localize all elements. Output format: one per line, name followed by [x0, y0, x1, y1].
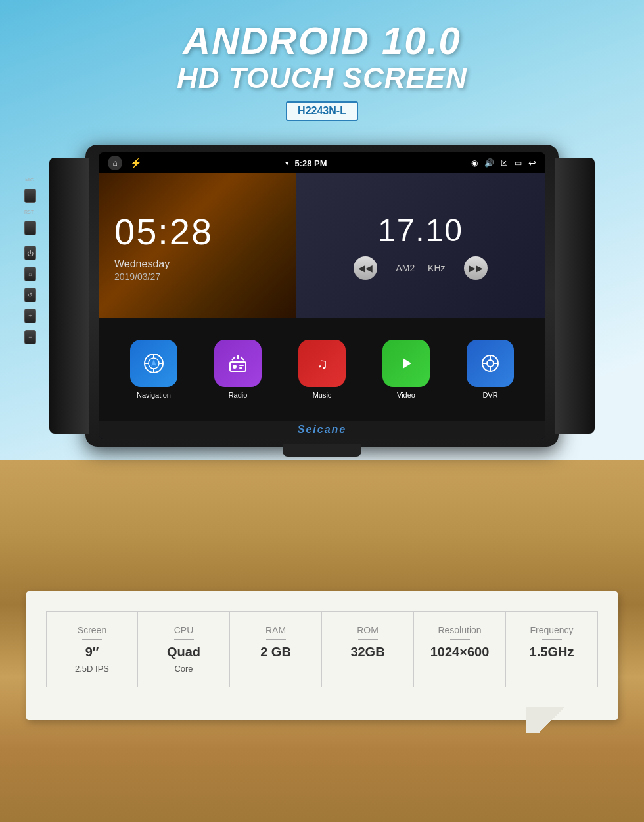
dvr-icon [478, 352, 502, 375]
navigation-app-label: Navigation [137, 391, 171, 399]
spec-cpu-value: Quad [167, 644, 200, 660]
radio-prev-button[interactable]: ◀◀ [354, 256, 377, 280]
svg-line-10 [241, 357, 244, 360]
side-button-rst[interactable] [24, 221, 36, 235]
status-right: ◉ 🔊 ☒ ▭ ↩ [471, 158, 536, 168]
spec-rom: ROM 32GB [322, 611, 414, 687]
music-app-label: Music [313, 391, 332, 399]
radio-widget: 17.10 ◀◀ AM2 KHz ▶▶ [296, 173, 545, 318]
side-button-vol-down[interactable]: − [24, 330, 36, 344]
svg-point-11 [233, 365, 237, 369]
app-item-navigation[interactable]: Navigation [130, 340, 177, 399]
spec-screen: Screen 9″ 2.5D IPS [46, 611, 138, 687]
camera-icon: ◉ [471, 158, 478, 168]
apps-row: Navigation [99, 318, 545, 421]
device-outer: MIC RST ⏻ ⌂ ↺ + − ⌂ ⚡ [85, 145, 559, 447]
navigation-app-icon[interactable] [130, 340, 177, 387]
wifi-icon: ▾ [285, 159, 289, 168]
clock-day: Wednesday [114, 258, 280, 270]
spec-rom-value: 32GB [350, 644, 384, 660]
clock-widget: 05:28 Wednesday 2019/03/27 [99, 173, 296, 318]
dvr-app-label: DVR [482, 391, 497, 399]
usb-icon: ⚡ [130, 158, 141, 168]
bottom-mount [283, 444, 361, 457]
screen-content: 05:28 Wednesday 2019/03/27 17.10 ◀◀ AM2 … [99, 173, 545, 439]
side-button-home[interactable]: ⌂ [24, 267, 36, 281]
fin-left: MIC RST ⏻ ⌂ ↺ + − [49, 158, 89, 434]
svg-marker-6 [151, 359, 156, 366]
video-app-icon[interactable] [382, 340, 430, 387]
spec-screen-sub: 2.5D IPS [75, 664, 109, 674]
spec-divider-4 [450, 639, 470, 640]
close-icon: ☒ [501, 158, 508, 168]
radio-icon [226, 352, 250, 375]
spec-resolution-value: 1024×600 [430, 644, 490, 660]
status-bar: ⌂ ⚡ ▾ 5:28 PM ◉ 🔊 ☒ ▭ ↩ [99, 152, 545, 173]
mic-label: MIC [25, 177, 36, 182]
widget-row: 05:28 Wednesday 2019/03/27 17.10 ◀◀ AM2 … [99, 173, 545, 318]
radio-app-icon[interactable] [214, 340, 262, 387]
spec-frequency-value: 1.5GHz [530, 644, 574, 660]
video-icon [394, 352, 418, 375]
main-title: ANDROID 10.0 [0, 20, 644, 62]
music-app-icon[interactable]: ♫ [298, 340, 346, 387]
navigation-icon [142, 352, 166, 375]
spec-divider-2 [266, 639, 286, 640]
brand-bar: Seicane [99, 421, 545, 439]
spec-screen-label: Screen [78, 625, 106, 635]
spec-cpu: CPU Quad Core [138, 611, 230, 687]
header-section: ANDROID 10.0 HD TOUCH SCREEN H2243N-L [0, 20, 644, 121]
svg-text:♫: ♫ [317, 355, 328, 372]
status-left: ⌂ ⚡ [108, 156, 141, 170]
home-button[interactable]: ⌂ [108, 156, 122, 170]
specs-grid: Screen 9″ 2.5D IPS CPU Quad Core RAM 2 G… [46, 611, 598, 687]
radio-next-button[interactable]: ▶▶ [464, 256, 488, 280]
spec-divider-5 [542, 639, 562, 640]
spec-divider-0 [82, 639, 102, 640]
app-item-radio[interactable]: Radio [214, 340, 262, 399]
device-wrapper: MIC RST ⏻ ⌂ ↺ + − ⌂ ⚡ [85, 145, 559, 447]
radio-controls: ◀◀ AM2 KHz ▶▶ [354, 256, 487, 280]
rst-label: RST [24, 210, 36, 214]
side-buttons: MIC RST ⏻ ⌂ ↺ + − [24, 177, 36, 344]
spec-screen-value: 9″ [85, 644, 99, 660]
home-icon: ⌂ [112, 158, 117, 168]
spec-ram-label: RAM [265, 625, 286, 635]
spec-frequency-label: Frequency [530, 625, 573, 635]
spec-frequency: Frequency 1.5GHz [506, 611, 598, 687]
side-button-back[interactable]: ↺ [24, 288, 36, 302]
app-item-video[interactable]: Video [382, 340, 430, 399]
svg-rect-12 [239, 365, 244, 366]
spec-cpu-sub: Core [174, 664, 193, 674]
music-icon: ♫ [310, 352, 334, 375]
spec-ram: RAM 2 GB [230, 611, 322, 687]
clock-date: 2019/03/27 [114, 271, 280, 282]
svg-marker-15 [403, 358, 411, 369]
video-app-label: Video [397, 391, 415, 399]
spec-resolution: Resolution 1024×600 [414, 611, 506, 687]
spec-rom-label: ROM [357, 625, 379, 635]
svg-rect-13 [239, 367, 242, 369]
spec-resolution-label: Resolution [438, 625, 481, 635]
fin-right [555, 158, 595, 434]
radio-band-label: AM2 KHz [390, 263, 450, 273]
brand-name: Seicane [298, 424, 346, 436]
side-button-power[interactable]: ⏻ [24, 246, 36, 260]
app-item-dvr[interactable]: DVR [467, 340, 514, 399]
spec-divider-3 [358, 639, 378, 640]
status-time: 5:28 PM [294, 158, 327, 168]
app-item-music[interactable]: ♫ Music [298, 340, 346, 399]
side-button-vol-up[interactable]: + [24, 309, 36, 323]
radio-app-label: Radio [229, 391, 248, 399]
spec-divider-1 [174, 639, 194, 640]
dvr-app-icon[interactable] [467, 340, 514, 387]
radio-frequency: 17.10 [378, 212, 463, 248]
sub-title: HD TOUCH SCREEN [0, 62, 644, 95]
back-icon: ↩ [528, 158, 536, 168]
spec-cpu-label: CPU [174, 625, 194, 635]
side-button-mic[interactable] [24, 189, 36, 203]
svg-point-17 [487, 360, 494, 367]
volume-icon: 🔊 [484, 158, 494, 168]
spec-ram-value: 2 GB [260, 644, 291, 660]
window-icon: ▭ [515, 158, 522, 168]
